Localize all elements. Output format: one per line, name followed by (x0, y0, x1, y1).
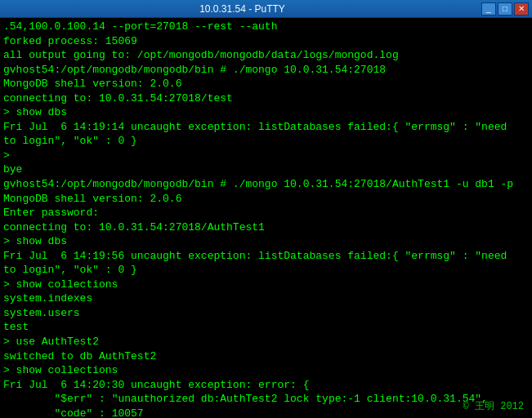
terminal-line: Fri Jul 6 14:19:56 uncaught exception: l… (3, 249, 529, 264)
terminal-line: bye (3, 162, 529, 177)
copyright-text: © 王明 2012 (463, 399, 524, 413)
terminal-line: system.users (3, 306, 529, 321)
minimize-button[interactable]: _ (481, 2, 496, 16)
terminal-line: all output going to: /opt/mongodb/mongod… (3, 48, 529, 63)
terminal-line: Enter password: (3, 206, 529, 220)
window-title: 10.0.31.54 - PuTTY (3, 3, 481, 15)
terminal-line: > use AuthTest2 (3, 335, 529, 349)
terminal-line: gvhost54:/opt/mongodb/mongodb/bin # ./mo… (3, 63, 529, 78)
maximize-button[interactable]: □ (498, 2, 512, 16)
terminal-line: > (3, 149, 529, 163)
terminal-line: > show collections (3, 363, 529, 378)
terminal-line: connecting to: 10.0.31.54:27018/AuthTest… (3, 220, 529, 235)
terminal-line: .54,100.0.100.14 --port=27018 --rest --a… (3, 20, 529, 34)
terminal-line: Fri Jul 6 14:19:14 uncaught exception: l… (3, 120, 529, 135)
terminal-line: system.indexes (3, 291, 529, 306)
terminal-line: connecting to: 10.0.31.54:27018/test (3, 91, 529, 106)
terminal-line: > show dbs (3, 234, 529, 249)
terminal-line: Fri Jul 6 14:20:30 uncaught exception: e… (3, 378, 529, 393)
terminal-line: switched to db AuthTest2 (3, 349, 529, 364)
terminal-line: forked process: 15069 (3, 34, 529, 49)
terminal-line: test (3, 320, 529, 335)
terminal-area[interactable]: .54,100.0.100.14 --port=27018 --rest --a… (0, 18, 532, 418)
terminal-line: MongoDB shell version: 2.0.6 (3, 192, 529, 207)
titlebar: 10.0.31.54 - PuTTY _ □ ✕ (0, 0, 532, 18)
titlebar-buttons: _ □ ✕ (481, 2, 529, 16)
terminal-line: "$err" : "unauthorized db:AuthTest2 lock… (3, 392, 529, 407)
close-button[interactable]: ✕ (514, 2, 529, 16)
terminal-line: > show dbs (3, 105, 529, 120)
terminal-line: to login", "ok" : 0 } (3, 134, 529, 149)
terminal-line: MongoDB shell version: 2.0.6 (3, 77, 529, 91)
terminal-line: to login", "ok" : 0 } (3, 263, 529, 278)
terminal-line: gvhost54:/opt/mongodb/mongodb/bin # ./mo… (3, 177, 529, 192)
terminal-line: > show collections (3, 278, 529, 292)
terminal-line: "code" : 10057 (3, 407, 529, 418)
